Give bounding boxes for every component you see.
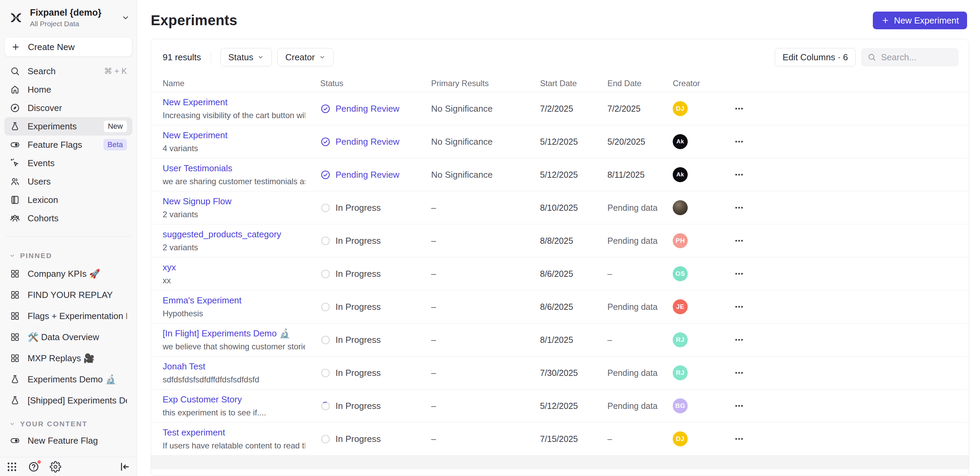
- table-row: xyx xx In Progress – 8/6/2025 – OS: [151, 257, 969, 291]
- sidebar-item-lexicon[interactable]: Lexicon: [5, 191, 132, 209]
- sidebar: Fixpanel {demo} All Project Data Create …: [0, 0, 137, 476]
- sidebar-item-users[interactable]: Users: [5, 172, 132, 191]
- experiment-description: Hypothesis: [163, 309, 305, 318]
- new-badge: New: [104, 121, 127, 132]
- creator-avatar: DJ: [673, 101, 688, 116]
- status-label: Pending Review: [336, 104, 399, 114]
- row-actions-button[interactable]: [731, 365, 747, 381]
- table-row: User Testimonials we are sharing custome…: [151, 158, 969, 192]
- row-actions-button[interactable]: [731, 134, 747, 150]
- sidebar-item-experiments-demo[interactable]: Experiments Demo 🔬: [5, 369, 132, 389]
- pinned-section-header[interactable]: PINNED: [9, 252, 127, 260]
- circle-icon: [320, 268, 331, 279]
- your-content-list: New Feature Flag: [0, 431, 137, 450]
- creator-avatar: DJ: [673, 431, 688, 446]
- sidebar-item-find-your-replay[interactable]: FIND YOUR REPLAY: [5, 285, 132, 305]
- circle-icon: [320, 302, 331, 312]
- your-content-section-title: YOUR CONTENT: [20, 420, 88, 428]
- experiment-description: sdfdsfdsfsdfdffdfdsfsdfdsfd: [163, 375, 305, 384]
- creator-filter-chip[interactable]: Creator: [277, 48, 334, 66]
- page-header: Experiments New Experiment: [137, 0, 980, 29]
- ellipsis-icon: [734, 236, 744, 246]
- primary-results-value: –: [431, 236, 540, 246]
- sidebar-item-home[interactable]: Home: [5, 80, 132, 99]
- experiment-name-link[interactable]: [In Flight] Experiments Demo 🔬: [163, 328, 305, 339]
- experiment-name-link[interactable]: New Experiment: [163, 97, 305, 108]
- row-actions-button[interactable]: [731, 233, 747, 249]
- filter-chips: StatusCreator: [221, 48, 334, 66]
- row-actions-button[interactable]: [731, 101, 747, 117]
- sidebar-item-flags-experimentation-demo[interactable]: Flags + Experimentation Demo 🧪: [5, 306, 132, 326]
- column-header-creator: Creator: [673, 79, 725, 88]
- search-icon: [867, 53, 876, 62]
- row-actions-button[interactable]: [731, 200, 747, 216]
- sidebar-item-cohorts[interactable]: Cohorts: [5, 209, 132, 227]
- start-date-value: 7/2/2025: [540, 104, 608, 114]
- experiment-name-link[interactable]: New Signup Flow: [163, 196, 305, 207]
- sidebar-item-label: Search: [27, 66, 97, 77]
- row-actions-button[interactable]: [731, 332, 747, 348]
- cohorts-icon: [10, 213, 20, 224]
- sidebar-item-new-feature-flag[interactable]: New Feature Flag: [5, 431, 132, 450]
- status-label: In Progress: [336, 401, 381, 411]
- status-label: In Progress: [336, 203, 381, 213]
- gear-icon[interactable]: [50, 461, 61, 473]
- experiment-description: xx: [163, 276, 305, 285]
- start-date-value: 5/12/2025: [540, 401, 608, 411]
- status-label: Pending Review: [336, 169, 399, 180]
- row-actions-button[interactable]: [731, 266, 747, 281]
- search-input[interactable]: [881, 52, 953, 63]
- sidebar-item-search[interactable]: Search ⌘ + K: [5, 62, 132, 80]
- ellipsis-icon: [734, 203, 744, 213]
- experiment-name-link[interactable]: User Testimonials: [163, 163, 305, 174]
- experiment-name-link[interactable]: Exp Customer Story: [163, 394, 305, 405]
- board-icon: [10, 290, 20, 300]
- filter-label: Status: [228, 52, 253, 63]
- ellipsis-icon: [734, 302, 744, 312]
- row-actions-button[interactable]: [731, 431, 747, 447]
- sidebar-item-mxp-replays[interactable]: MXP Replays 🎥: [5, 348, 132, 368]
- create-new-button[interactable]: Create New: [5, 37, 132, 56]
- end-date-value: 8/11/2025: [608, 170, 673, 180]
- apps-grid-icon[interactable]: [6, 461, 18, 473]
- sidebar-item-discover[interactable]: Discover: [5, 99, 132, 117]
- start-date-value: 8/6/2025: [540, 302, 608, 312]
- sidebar-item-experiments[interactable]: Experiments New: [5, 117, 132, 136]
- row-actions-button[interactable]: [731, 398, 747, 414]
- help-icon[interactable]: [28, 461, 40, 473]
- board-icon: [10, 353, 20, 363]
- sidebar-item-shipped-experiments-demo[interactable]: [Shipped] Experiments Demo 🖊️: [5, 391, 132, 410]
- column-header-primary-results: Primary Results: [431, 79, 540, 88]
- status-filter-chip[interactable]: Status: [221, 48, 272, 66]
- experiment-name-link[interactable]: xyx: [163, 262, 305, 273]
- collapse-sidebar-icon[interactable]: [119, 461, 130, 473]
- new-experiment-button[interactable]: New Experiment: [873, 11, 967, 29]
- experiment-name-link[interactable]: New Experiment: [163, 130, 305, 141]
- end-date-value: 5/20/2025: [608, 137, 673, 147]
- experiment-name-link[interactable]: Jonah Test: [163, 361, 305, 372]
- chevron-down-icon: [9, 252, 15, 259]
- experiment-name-link[interactable]: Test experiment: [163, 427, 305, 438]
- sidebar-item-data-overview[interactable]: 🛠️ Data Overview: [5, 327, 132, 347]
- primary-results-value: –: [431, 401, 540, 411]
- row-actions-button[interactable]: [731, 299, 747, 315]
- row-actions-button[interactable]: [731, 167, 747, 182]
- workspace-switcher[interactable]: Fixpanel {demo} All Project Data: [0, 0, 137, 34]
- experiment-description: Increasing visibility of the cart button…: [163, 111, 305, 120]
- experiment-name-link[interactable]: Emma's Experiment: [163, 295, 305, 306]
- experiment-name-link[interactable]: suggested_products_category: [163, 229, 305, 240]
- end-date-value: 7/2/2025: [608, 104, 673, 114]
- column-header-name: Name: [163, 79, 320, 88]
- experiment-description: 4 variants: [163, 144, 305, 153]
- your-content-section-header[interactable]: YOUR CONTENT: [9, 420, 127, 428]
- sidebar-item-company-kpis[interactable]: Company KPIs 🚀: [5, 264, 132, 284]
- status-label: In Progress: [336, 368, 381, 378]
- sidebar-item-feature-flags[interactable]: Feature Flags Beta: [5, 136, 132, 154]
- status-cell: In Progress: [320, 434, 431, 444]
- creator-avatar: [673, 200, 688, 215]
- sidebar-item-label: New Feature Flag: [27, 436, 127, 446]
- table-search[interactable]: [861, 48, 959, 66]
- sidebar-item-events[interactable]: Events: [5, 154, 132, 172]
- edit-columns-button[interactable]: Edit Columns · 6: [775, 48, 856, 66]
- page-title: Experiments: [151, 12, 237, 29]
